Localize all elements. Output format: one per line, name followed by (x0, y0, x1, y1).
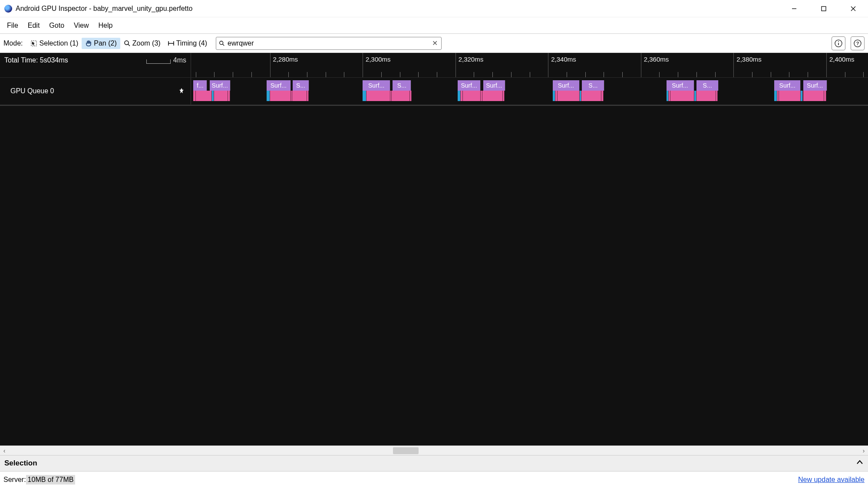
timeline-sub-event[interactable] (824, 91, 826, 101)
timeline-sub-event[interactable] (601, 91, 604, 101)
ruler-major-tick: 2,280ms (270, 53, 298, 77)
timeline-sub-event[interactable] (696, 91, 716, 101)
timeline-event[interactable]: Surf... (803, 80, 828, 91)
zoom-icon (124, 40, 131, 47)
timeline-sub-event[interactable] (267, 91, 270, 101)
selection-panel-header[interactable]: Selection (0, 455, 868, 472)
server-label: Server: (3, 476, 26, 484)
status-bar: Server: 10MB of 77MB New update availabl… (0, 472, 868, 488)
menu-goto[interactable]: Goto (45, 20, 69, 31)
tool-timing-button[interactable]: Timing (4) (164, 38, 211, 49)
timeline-sub-event[interactable] (392, 91, 410, 101)
time-ruler[interactable]: 2,280ms2,300ms2,320ms2,340ms2,360ms2,380… (191, 53, 868, 77)
timeline-event[interactable]: S... (696, 80, 719, 91)
info-button[interactable] (832, 36, 845, 50)
menu-view[interactable]: View (69, 20, 93, 31)
timeline-sub-event[interactable] (482, 91, 503, 101)
track-header[interactable]: GPU Queue 0 (0, 78, 191, 105)
scrollbar-thumb[interactable] (393, 447, 419, 454)
ruler-info: Total Time: 5s034ms 4ms (0, 53, 191, 77)
timeline-sub-event[interactable] (196, 91, 212, 101)
timeline-sub-event[interactable] (228, 91, 230, 101)
ruler-major-tick: 2,340ms (548, 53, 576, 77)
timeline-sub-event[interactable] (214, 91, 228, 101)
tool-zoom-button[interactable]: Zoom (3) (120, 38, 164, 49)
minimize-icon (791, 6, 797, 12)
minimize-button[interactable] (781, 0, 807, 17)
selection-icon (30, 40, 37, 47)
titlebar: Android GPU Inspector - baby_marvel_unit… (0, 0, 868, 17)
app-icon (4, 5, 12, 13)
scale-indicator: 4ms (146, 56, 186, 64)
tool-selection-button[interactable]: Selection (1) (27, 38, 82, 49)
ruler-major-tick: 2,320ms (455, 53, 484, 77)
close-icon (850, 6, 856, 12)
timeline-event[interactable]: Surf... (458, 80, 481, 91)
timeline-sub-event[interactable] (363, 91, 366, 101)
search-field[interactable]: ✕ (216, 37, 442, 50)
timeline-sub-event[interactable] (292, 91, 307, 101)
scroll-right-icon[interactable]: › (859, 447, 868, 454)
tool-pan-button[interactable]: Pan (2) (82, 38, 120, 49)
collapse-chevron-icon[interactable] (856, 459, 864, 468)
timeline-sub-event[interactable] (410, 91, 412, 101)
menu-help[interactable]: Help (94, 20, 117, 31)
timeline-event[interactable]: Surf... (363, 80, 390, 91)
timeline-sub-event[interactable] (458, 91, 461, 101)
timeline-event[interactable]: f... (193, 80, 207, 91)
scroll-left-icon[interactable]: ‹ (0, 447, 9, 454)
search-input[interactable] (228, 39, 431, 47)
search-icon (219, 40, 225, 46)
timeline-event[interactable]: Surf... (667, 80, 694, 91)
timeline-event[interactable]: Surf... (553, 80, 580, 91)
maximize-button[interactable] (811, 0, 837, 17)
update-link[interactable]: New update available (798, 476, 865, 484)
ruler-major-tick: 2,400ms (826, 53, 855, 77)
time-ruler-row: Total Time: 5s034ms 4ms 2,280ms2,300ms2,… (0, 53, 868, 77)
pin-icon[interactable] (178, 88, 185, 95)
server-memory: 10MB of 77MB (26, 475, 76, 485)
timeline-sub-event[interactable] (803, 91, 824, 101)
timeline-event[interactable]: S... (582, 80, 604, 91)
ruler-major-tick: 2,380ms (733, 53, 762, 77)
timeline-event[interactable]: S... (293, 80, 309, 91)
timeline-sub-event[interactable] (366, 91, 391, 101)
timeline-sub-event[interactable] (581, 91, 601, 101)
menubar: FileEditGotoViewHelp (0, 17, 868, 34)
timeline-sub-event[interactable] (716, 91, 718, 101)
timeline-sub-event[interactable] (779, 91, 801, 101)
timeline-sub-event[interactable] (503, 91, 505, 101)
search-clear-button[interactable]: ✕ (431, 39, 439, 47)
info-icon (835, 39, 842, 47)
menu-file[interactable]: File (3, 20, 23, 31)
trace-empty-area[interactable] (0, 105, 868, 445)
svg-point-5 (125, 41, 129, 45)
timeline-sub-event[interactable] (558, 91, 580, 101)
scrollbar-track[interactable] (9, 446, 859, 455)
mode-label: Mode: (3, 39, 23, 47)
timeline-sub-event[interactable] (670, 91, 694, 101)
timeline-event[interactable]: S... (393, 80, 411, 91)
ruler-major-tick: 2,300ms (363, 53, 391, 77)
menu-edit[interactable]: Edit (23, 20, 44, 31)
track-canvas[interactable]: f...Surf...Surf...S...Surf...S...Surf...… (191, 78, 868, 105)
trace-view[interactable]: Total Time: 5s034ms 4ms 2,280ms2,300ms2,… (0, 53, 868, 445)
timeline-sub-event[interactable] (270, 91, 291, 101)
svg-text:?: ? (856, 41, 859, 46)
timeline-sub-event[interactable] (307, 91, 309, 101)
timing-icon (168, 40, 175, 47)
close-button[interactable] (840, 0, 866, 17)
track-name: GPU Queue 0 (10, 87, 54, 95)
horizontal-scrollbar[interactable]: ‹ › (0, 445, 868, 455)
total-time-label: Total Time: 5s034ms (4, 56, 68, 64)
timeline-event[interactable]: Surf... (267, 80, 291, 91)
timeline-sub-event[interactable] (463, 91, 481, 101)
timeline-event[interactable]: Surf... (483, 80, 505, 91)
svg-line-6 (128, 44, 130, 46)
timeline-event[interactable]: Surf... (210, 80, 231, 91)
selection-label: Selection (4, 459, 856, 468)
svg-point-13 (838, 41, 839, 42)
help-icon: ? (854, 39, 861, 47)
timeline-event[interactable]: Surf... (774, 80, 801, 91)
help-button[interactable]: ? (851, 36, 865, 50)
